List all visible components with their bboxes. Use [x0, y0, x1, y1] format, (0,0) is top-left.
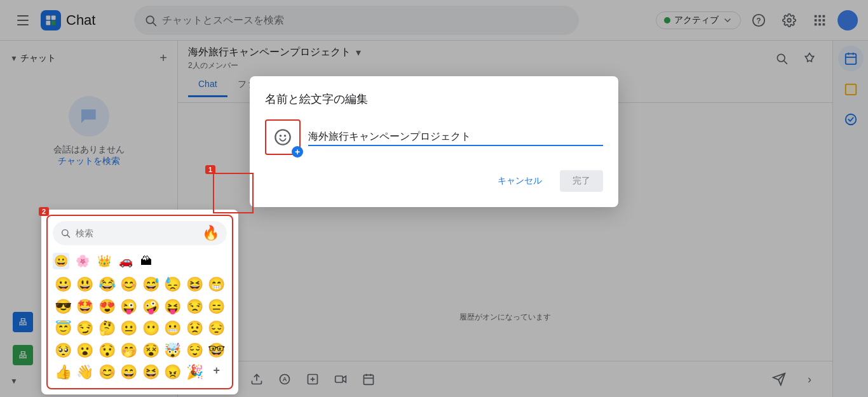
emoji-search-input[interactable] [76, 228, 197, 238]
emoji-add-more[interactable]: + [207, 362, 227, 383]
emoji-item[interactable]: 😶 [140, 318, 161, 339]
emoji-item[interactable]: 🤔 [97, 318, 118, 339]
emoji-item[interactable]: 😑 [207, 297, 227, 318]
svg-line-46 [67, 235, 70, 238]
emoji-item[interactable]: 😝 [163, 297, 184, 318]
emoji-item[interactable]: 😔 [207, 318, 227, 339]
emoji-cat-vehicles[interactable]: 🚗 [118, 253, 134, 269]
emoji-item[interactable]: 😀 [53, 274, 74, 295]
emoji-item[interactable]: 🥺 [53, 340, 74, 361]
emoji-picker-button[interactable]: + [265, 119, 301, 155]
emoji-cat-symbols[interactable]: 🏔 [139, 253, 153, 269]
emoji-item[interactable]: 😯 [97, 340, 118, 361]
emoji-item[interactable]: 😊 [97, 362, 118, 383]
emoji-cat-crowns[interactable]: 👑 [96, 253, 112, 269]
emoji-item[interactable]: 😁 [207, 274, 227, 295]
emoji-item[interactable]: 😐 [119, 318, 140, 339]
emoji-item[interactable]: 🤯 [163, 340, 184, 361]
edit-name-dialog: 名前と絵文字の編集 + キャンセル 完了 [250, 76, 618, 207]
emoji-item[interactable]: 😎 [53, 297, 74, 318]
emoji-item[interactable]: 🤪 [140, 297, 161, 318]
emoji-item[interactable]: 😅 [140, 274, 161, 295]
dialog-body: + [265, 119, 603, 155]
emoji-item[interactable]: 😮 [75, 340, 96, 361]
emoji-search-icon [60, 228, 71, 238]
emoji-item[interactable]: 😬 [163, 318, 184, 339]
emoji-item[interactable]: 🤭 [119, 340, 140, 361]
dialog-title: 名前と絵文字の編集 [265, 91, 603, 107]
emoji-item[interactable]: 😃 [75, 274, 96, 295]
svg-point-43 [280, 135, 282, 137]
emoji-item[interactable]: 😊 [119, 274, 140, 295]
emoji-item[interactable]: 🤩 [75, 297, 96, 318]
dialog-actions: キャンセル 完了 [265, 170, 603, 192]
emoji-item[interactable]: 👍 [53, 362, 74, 383]
emoji-face-icon [274, 128, 292, 146]
emoji-item[interactable]: 😂 [97, 274, 118, 295]
emoji-item[interactable]: 😟 [184, 318, 205, 339]
emoji-item[interactable]: 👋 [75, 362, 96, 383]
emoji-item[interactable]: 🤓 [207, 340, 227, 361]
cancel-button[interactable]: キャンセル [485, 170, 555, 192]
emoji-item[interactable]: 😜 [119, 297, 140, 318]
emoji-item[interactable]: 😆 [184, 274, 205, 295]
name-input[interactable] [308, 128, 603, 146]
emoji-item[interactable]: 😇 [53, 318, 74, 339]
emoji-cat-nature[interactable]: 🌸 [74, 253, 91, 269]
emoji-item[interactable]: 😵 [140, 340, 161, 361]
emoji-item[interactable]: 🎉 [184, 362, 205, 383]
emoji-popup: 2 🔥 😀 🌸 👑 🚗 🏔 😀 😃 😂 😊 😅 😓 😆 😁 [41, 210, 238, 394]
emoji-item[interactable]: 😆 [140, 362, 161, 383]
emoji-item[interactable]: 😓 [163, 274, 184, 295]
emoji-item[interactable]: 😄 [119, 362, 140, 383]
emoji-item[interactable]: 😏 [75, 318, 96, 339]
emoji-item[interactable]: 😒 [184, 297, 205, 318]
emoji-item[interactable]: 😌 [184, 340, 205, 361]
plus-badge: + [292, 146, 303, 158]
emoji-item[interactable]: 😠 [163, 362, 184, 383]
svg-point-42 [275, 130, 290, 144]
svg-point-44 [284, 135, 287, 137]
emoji-grid: 😀 😃 😂 😊 😅 😓 😆 😁 😎 🤩 😍 😜 🤪 😝 😒 😑 😇 😏 🤔 😐 … [53, 274, 227, 383]
emoji-cat-smileys[interactable]: 😀 [53, 253, 69, 269]
annotation-2: 2 [39, 207, 49, 216]
emoji-search-bar[interactable]: 🔥 [53, 221, 227, 245]
done-button[interactable]: 完了 [560, 170, 603, 192]
emoji-item[interactable]: 😍 [97, 297, 118, 318]
emoji-categories: 😀 🌸 👑 🚗 🏔 [53, 250, 227, 272]
emoji-fire: 🔥 [202, 225, 219, 241]
